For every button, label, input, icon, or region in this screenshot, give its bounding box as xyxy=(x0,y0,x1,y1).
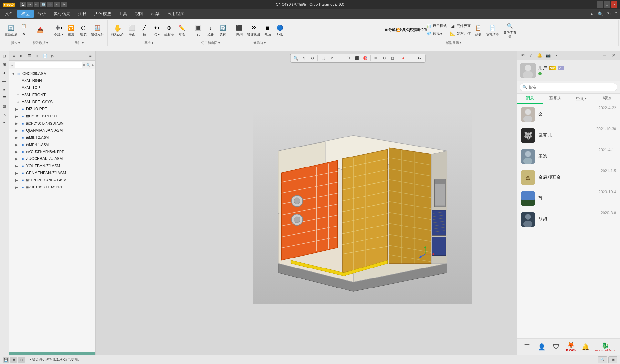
tree-sort-icon[interactable]: ↕ xyxy=(34,52,41,59)
minimize-button[interactable]: ─ xyxy=(597,1,603,8)
contact-item[interactable]: 王浩 2021-4-11 xyxy=(517,146,620,167)
gear-btn[interactable]: ⚙ xyxy=(380,55,388,62)
copy-button[interactable]: 📋 xyxy=(19,23,28,30)
extrude-button[interactable]: ↕ 拉伸 xyxy=(205,23,216,37)
tab-channel[interactable]: 频道 xyxy=(594,94,620,104)
chat-email-icon[interactable]: ✉ xyxy=(520,52,526,59)
tab-contacts[interactable]: 联系人 xyxy=(543,94,569,104)
section-button[interactable]: ◼ 截面 xyxy=(262,23,274,37)
rect-btn[interactable]: ⬛ xyxy=(353,55,361,62)
hole-button[interactable]: 🔳 孔 xyxy=(192,23,204,37)
contact-item[interactable]: 胡超 2020-8-8 xyxy=(517,209,620,230)
settings-icon[interactable]: ⚙ xyxy=(61,2,67,7)
bom-button[interactable]: 📄 物料清单 xyxy=(485,23,500,37)
tree-search-icon[interactable]: 🔍 xyxy=(86,63,91,67)
list-item[interactable]: ▶ ■ YOUEBAN-ZJ.ASM xyxy=(9,162,95,169)
plane-button[interactable]: ⬜ 平面 xyxy=(126,23,138,37)
regenerate-button[interactable]: 🔄 重新生成 xyxy=(3,23,19,37)
list-item[interactable]: ▶ ■ ⊠ZHUANGSHITIAO.PRT xyxy=(9,184,95,191)
chat-more-icon[interactable]: ⋯ xyxy=(553,52,560,59)
chat-shield-icon[interactable]: 🛡 xyxy=(551,342,562,352)
menu-view[interactable]: 视图 xyxy=(131,10,147,18)
pause-btn[interactable]: ⏸ xyxy=(408,55,416,62)
component-interface-button[interactable]: ◪元件界面 xyxy=(449,23,472,30)
import-button[interactable]: 📥 xyxy=(35,25,46,35)
vtb-list2-icon[interactable]: ☰ xyxy=(1,94,8,101)
forum-icon-area[interactable]: 🦊 野火论坛 xyxy=(566,341,576,352)
drag-button[interactable]: ✋ 拖动元件 xyxy=(110,23,126,37)
menu-human-model[interactable]: 人体模型 xyxy=(90,10,115,18)
tree-add-icon[interactable]: + xyxy=(91,63,94,67)
chat-search-input[interactable] xyxy=(529,85,615,89)
repeat-button[interactable]: 🔁 重复 xyxy=(65,23,77,37)
tree-list-icon[interactable]: ≡ xyxy=(10,52,17,59)
perspective-button[interactable]: 💎透视图 xyxy=(425,30,448,37)
rotate-btn[interactable]: ↗ xyxy=(328,55,336,62)
delete-button[interactable]: ✕ xyxy=(19,30,28,37)
frame-btn[interactable]: ⬚ xyxy=(319,55,327,62)
menu-annotation[interactable]: 注释 xyxy=(74,10,90,18)
edit-position-button[interactable]: 🖊编辑位置 xyxy=(412,25,424,35)
measure-btn[interactable]: ✏ xyxy=(372,55,380,62)
redo-icon[interactable]: ↪ xyxy=(34,2,39,7)
vtb-table-icon[interactable]: ⊟ xyxy=(1,103,8,110)
status-view-button[interactable]: ⊞ xyxy=(608,356,617,363)
create-button[interactable]: ➕▾ 创建 ▾ xyxy=(53,23,65,37)
menu-search-icon[interactable]: 🔍 xyxy=(596,11,604,17)
chat-people-icon[interactable]: 👤 xyxy=(536,342,547,352)
list-item[interactable]: ▶ ■ CENMENBAN-ZJ.ASM xyxy=(9,169,95,177)
vtb-list1-icon[interactable]: ≡ xyxy=(1,86,8,93)
menu-analysis[interactable]: 分析 xyxy=(34,10,50,18)
menu-arrow-up-icon[interactable]: ▲ xyxy=(588,11,595,17)
menu-model[interactable]: 模型 xyxy=(17,10,34,18)
list-item[interactable]: ✚ ASM_DEF_CSYS xyxy=(9,98,95,106)
point-button[interactable]: ✦▾ 点 ▾ xyxy=(151,23,162,37)
maximize-button[interactable]: □ xyxy=(604,1,610,8)
contact-item[interactable]: 余 2022-4-22 xyxy=(517,104,620,125)
chat-star-icon[interactable]: ☆ xyxy=(528,52,534,59)
menu-apps[interactable]: 应用程序 xyxy=(163,10,188,18)
add-icon[interactable]: ➕ xyxy=(47,2,53,7)
ref-viewer-button[interactable]: 🔍 参考查看器 xyxy=(501,21,519,39)
list-item[interactable]: ▶ ■ ⊠CNC430-DIANGUI.ASM xyxy=(9,120,95,127)
sketch-button[interactable]: ✏️ 草绘 xyxy=(176,23,188,37)
zoom-in-icon[interactable]: 🔍 xyxy=(292,55,300,62)
forum-dragon-area[interactable]: 🐉 www.proewildfire.cn xyxy=(595,342,615,351)
box-btn[interactable]: □ xyxy=(336,55,344,62)
publish-geo-button[interactable]: 📐发布几何 xyxy=(449,30,472,37)
tree-arrow-icon[interactable]: ▷ xyxy=(49,52,56,59)
zoom-in-btn[interactable]: ⊕ xyxy=(300,55,308,62)
chat-close-button[interactable]: ✕ xyxy=(610,52,617,59)
contact-item[interactable]: 金 金启顺五金 2021-1-5 xyxy=(517,167,620,188)
undo-icon[interactable]: ↩ xyxy=(27,2,33,7)
menu-simulation[interactable]: 实时仿真 xyxy=(50,10,74,18)
contact-item[interactable]: 郭 2020-10-4 xyxy=(517,188,620,209)
diamond-btn[interactable]: ◻ xyxy=(389,55,397,62)
chat-notification-icon[interactable]: 🔔 xyxy=(581,342,591,352)
target-btn[interactable]: 🎯 xyxy=(361,55,369,62)
tree-search-input[interactable] xyxy=(15,62,82,68)
chat-minimize-button[interactable]: ─ xyxy=(601,52,608,59)
zoom-out-btn[interactable]: ⊖ xyxy=(309,55,316,62)
family-table-button[interactable]: 📋 族表 xyxy=(472,23,484,37)
manage-view-button[interactable]: 👁 管理视图 xyxy=(246,23,261,37)
coord-button[interactable]: ⊕ 坐标系 xyxy=(163,23,175,37)
vtb-more-icon[interactable]: ▷ xyxy=(1,111,8,118)
assemble-button[interactable]: ⬡ 组装 xyxy=(78,23,89,37)
list-item[interactable]: ▶ ■ DIZUO.PRT xyxy=(9,106,95,113)
vtb-nodes-icon[interactable]: ⊡ xyxy=(1,52,8,59)
status-zoom-button[interactable]: 🔍 xyxy=(598,356,607,363)
tab-space[interactable]: 空间 ▾ xyxy=(569,94,594,104)
status-save-icon[interactable]: 💾 xyxy=(3,357,9,363)
menu-refresh-icon[interactable]: ↻ xyxy=(606,11,612,17)
tree-overflow-icon[interactable]: ≡ xyxy=(87,52,94,59)
chat-menu-icon[interactable]: ☰ xyxy=(522,342,532,352)
save-icon[interactable]: 💾 xyxy=(20,2,26,7)
vtb-line-icon[interactable]: — xyxy=(1,77,8,85)
vtb-grid-icon[interactable]: ⊞ xyxy=(1,61,8,68)
status-grid-icon[interactable]: ⊞ xyxy=(10,357,17,363)
dropdown-arrow-icon[interactable]: ▼ xyxy=(54,2,60,7)
tree-clear-icon[interactable]: ✕ xyxy=(83,63,86,67)
list-item[interactable]: ▶ ■ ⊠KONGZHIXIANG-ZJ.ASM xyxy=(9,177,95,184)
list-item[interactable]: ▶ ■ ⊠MEN-2.ASM xyxy=(9,134,95,141)
